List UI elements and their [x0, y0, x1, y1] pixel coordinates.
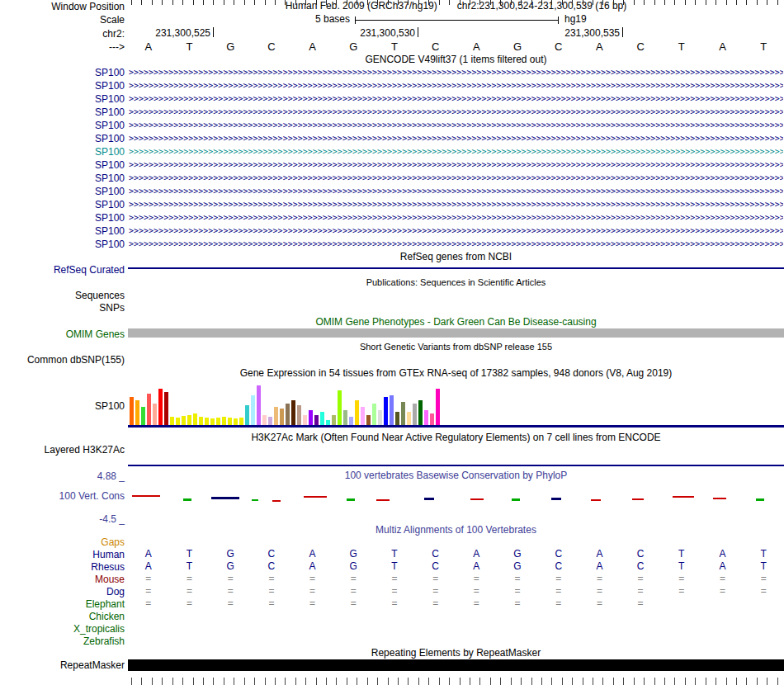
- ruler-tick[interactable]: [408, 0, 409, 5]
- ruler-tick[interactable]: [295, 0, 296, 5]
- gtex-expression-bar[interactable]: [378, 410, 382, 425]
- ruler-tick[interactable]: [193, 0, 194, 5]
- gene-label[interactable]: SP100: [0, 239, 125, 250]
- ruler-tick[interactable]: [449, 0, 450, 5]
- ruler-tick[interactable]: [541, 0, 542, 5]
- ruler-tick[interactable]: [583, 0, 583, 5]
- gtex-expression-bar[interactable]: [361, 407, 365, 425]
- gtex-expression-bar[interactable]: [320, 412, 324, 425]
- gtex-expression-bar[interactable]: [187, 415, 191, 425]
- ruler-tick[interactable]: [726, 0, 727, 5]
- ruler-tick[interactable]: [531, 0, 532, 5]
- ruler-tick[interactable]: [602, 0, 603, 5]
- gtex-expression-bar[interactable]: [234, 418, 238, 425]
- ruler-tick[interactable]: [634, 0, 635, 5]
- dbsnp-track-title[interactable]: Short Genetic Variants from dbSNP releas…: [128, 342, 784, 352]
- gtex-expression-bar[interactable]: [338, 390, 342, 425]
- gene-label[interactable]: SP100: [0, 133, 125, 144]
- gtex-expression-bar[interactable]: [170, 417, 174, 425]
- ruler-tick[interactable]: [326, 0, 327, 5]
- ruler-tick[interactable]: [777, 0, 778, 5]
- ruler-tick[interactable]: [521, 0, 522, 5]
- gtex-expression-bar[interactable]: [199, 417, 203, 425]
- species-label-dog[interactable]: Dog: [0, 586, 125, 598]
- ruler-tick[interactable]: [490, 0, 491, 5]
- phylop-track-title[interactable]: 100 vertebrates Basewise Conservation by…: [128, 470, 784, 481]
- ruler-tick[interactable]: [367, 0, 368, 5]
- ruler-tick[interactable]: [131, 0, 132, 5]
- gene-arrow-line[interactable]: >>>>>>>>>>>>>>>>>>>>>>>>>>>>>>>>>>>>>>>>…: [129, 120, 783, 130]
- ruler-tick[interactable]: [439, 0, 440, 5]
- gene-arrow-line[interactable]: >>>>>>>>>>>>>>>>>>>>>>>>>>>>>>>>>>>>>>>>…: [129, 199, 783, 210]
- ruler-tick[interactable]: [398, 0, 399, 5]
- repeatmasker-track-title[interactable]: Repeating Elements by RepeatMasker: [128, 648, 784, 659]
- gtex-expression-bar[interactable]: [343, 410, 347, 425]
- ruler-tick[interactable]: [377, 0, 378, 5]
- species-label-rhesus[interactable]: Rhesus: [0, 561, 125, 573]
- ruler-tick[interactable]: [664, 0, 665, 5]
- gtex-expression-bar[interactable]: [436, 389, 440, 425]
- ruler-tick[interactable]: [265, 0, 266, 5]
- gene-arrow-line[interactable]: >>>>>>>>>>>>>>>>>>>>>>>>>>>>>>>>>>>>>>>>…: [129, 93, 783, 104]
- omim-gene-bar[interactable]: [128, 328, 784, 338]
- ruler-tick[interactable]: [685, 0, 686, 5]
- ruler-tick[interactable]: [757, 0, 758, 5]
- gtex-expression-bar[interactable]: [153, 404, 157, 425]
- ruler-tick[interactable]: [500, 0, 501, 5]
- gtex-expression-bar[interactable]: [424, 410, 428, 425]
- snps-track-label[interactable]: SNPs: [0, 302, 125, 314]
- species-label-chicken[interactable]: Chicken: [0, 611, 125, 622]
- species-label-zebrafish[interactable]: Zebrafish: [0, 635, 125, 647]
- omim-track-label[interactable]: OMIM Genes: [0, 328, 125, 340]
- refseq-track-label[interactable]: RefSeq Curated: [0, 264, 125, 276]
- gene-arrow-line[interactable]: >>>>>>>>>>>>>>>>>>>>>>>>>>>>>>>>>>>>>>>>…: [129, 67, 783, 78]
- gene-label[interactable]: SP100: [0, 67, 125, 78]
- gtex-expression-bar[interactable]: [413, 404, 417, 425]
- ruler-tick[interactable]: [511, 0, 512, 5]
- ruler-tick[interactable]: [203, 0, 204, 5]
- gtex-expression-bar[interactable]: [291, 400, 295, 425]
- gtex-expression-bar[interactable]: [262, 415, 267, 425]
- gtex-expression-bar[interactable]: [280, 409, 284, 425]
- ruler-tick[interactable]: [213, 0, 214, 5]
- ruler-tick[interactable]: [285, 0, 286, 5]
- gene-label[interactable]: SP100: [0, 199, 125, 210]
- ruler-tick[interactable]: [674, 0, 675, 5]
- ruler-tick[interactable]: [562, 0, 563, 5]
- species-label-mouse[interactable]: Mouse: [0, 574, 125, 585]
- gene-label[interactable]: SP100: [0, 120, 125, 131]
- repeatmasker-bar[interactable]: [128, 659, 784, 671]
- ruler-tick[interactable]: [347, 0, 347, 5]
- gtex-expression-bar[interactable]: [384, 397, 388, 425]
- gtex-expression-bar[interactable]: [228, 418, 232, 425]
- gene-arrow-line[interactable]: >>>>>>>>>>>>>>>>>>>>>>>>>>>>>>>>>>>>>>>>…: [129, 133, 783, 144]
- species-label-gaps[interactable]: Gaps: [0, 536, 125, 548]
- ruler-tick[interactable]: [460, 0, 460, 5]
- gtex-expression-bar[interactable]: [407, 412, 411, 425]
- ruler-tick[interactable]: [357, 0, 357, 5]
- ruler-tick[interactable]: [479, 0, 480, 5]
- gtex-expression-bar[interactable]: [141, 407, 145, 425]
- species-label-x-tropicalis[interactable]: X_tropicalis: [0, 623, 125, 635]
- gtex-expression-bar[interactable]: [257, 385, 261, 425]
- ruler-tick[interactable]: [572, 0, 573, 5]
- gtex-expression-bar[interactable]: [216, 418, 220, 425]
- ruler-tick[interactable]: [172, 0, 173, 5]
- sequences-track-label[interactable]: Sequences: [0, 290, 125, 301]
- publications-track-title[interactable]: Publications: Sequences in Scientific Ar…: [128, 277, 784, 288]
- ruler-tick[interactable]: [234, 0, 234, 5]
- gene-arrow-line[interactable]: >>>>>>>>>>>>>>>>>>>>>>>>>>>>>>>>>>>>>>>>…: [129, 172, 783, 183]
- multiz-track-title[interactable]: Multiz Alignments of 100 Vertebrates: [128, 525, 784, 536]
- gtex-expression-bar[interactable]: [210, 418, 215, 425]
- ruler-tick[interactable]: [623, 0, 624, 5]
- gtex-expression-bar[interactable]: [297, 405, 301, 425]
- ruler-tick[interactable]: [244, 0, 245, 5]
- ruler-tick[interactable]: [736, 0, 737, 5]
- gtex-expression-bar[interactable]: [349, 417, 353, 425]
- dbsnp-track-label[interactable]: Common dbSNP(155): [0, 354, 125, 366]
- gtex-expression-bar[interactable]: [205, 418, 209, 425]
- ruler-tick[interactable]: [470, 0, 470, 5]
- refseq-track-line[interactable]: [128, 267, 784, 269]
- ruler-tick[interactable]: [336, 0, 337, 5]
- ruler-tick[interactable]: [388, 0, 389, 5]
